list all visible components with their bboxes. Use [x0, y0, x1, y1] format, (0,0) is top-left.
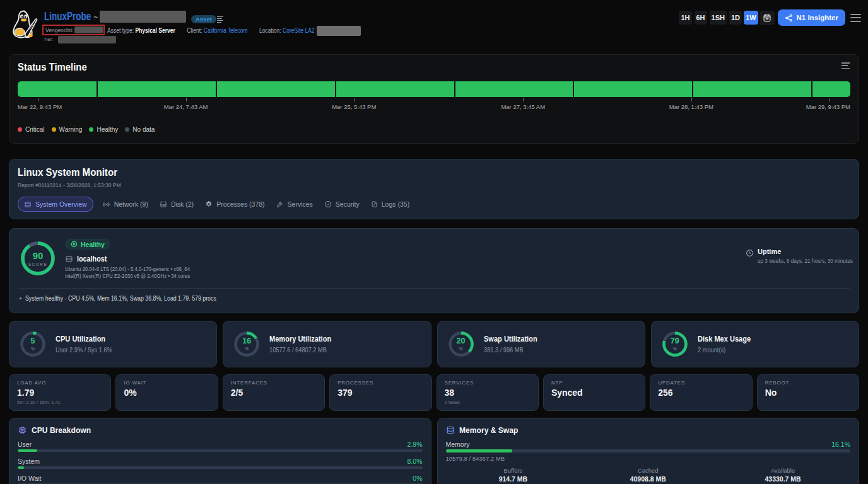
- swap-gauge-value: 20: [457, 337, 466, 345]
- brand-title: LinuxProbe: [44, 10, 91, 23]
- stat-value: No: [765, 388, 851, 398]
- user-bar: [18, 449, 423, 452]
- user-value: 2.9%: [408, 441, 423, 448]
- n1-insighter-label: N1 Insighter: [797, 14, 838, 21]
- shield-check-icon: [324, 200, 332, 208]
- timeline-menu-icon[interactable]: [842, 62, 850, 69]
- timeline-legend: Critical Warning Healthy No data: [18, 126, 850, 133]
- timeline-tick: [38, 98, 38, 101]
- tab-network[interactable]: Network (9): [102, 197, 148, 212]
- stat-sub: 2 failed: [445, 400, 531, 405]
- cached-col: Cached 40908.8 MB: [580, 467, 715, 483]
- tab-label: Services: [288, 200, 313, 208]
- bullet-dot: [20, 297, 21, 299]
- tab-label: Disk (2): [171, 200, 194, 208]
- stat-label: REBOOT: [765, 380, 851, 386]
- location-label: Location:: [259, 26, 281, 34]
- tab-label: System Overview: [35, 200, 87, 208]
- time-range-1h[interactable]: 1H: [679, 11, 691, 25]
- healthy-dot: [89, 127, 93, 132]
- time-range-15h[interactable]: 1SH: [710, 11, 727, 25]
- timeline-segment: [98, 81, 216, 97]
- memory-card-title: Memory Utilization: [269, 335, 331, 343]
- gear-icon: [205, 200, 213, 208]
- tab-disk[interactable]: Disk (2): [160, 197, 194, 212]
- services-card: SERVICES 38 2 failed: [437, 374, 539, 411]
- brand-dash: ~: [93, 13, 98, 22]
- timeline-label: Mar 25, 5:43 PM: [332, 103, 376, 110]
- client-label: Client:: [187, 26, 202, 34]
- timeline-segment: [217, 81, 335, 97]
- disk-gauge: 79%: [662, 331, 688, 357]
- status-timeline-panel: Status Timeline Mar 22, 9:43 PM Mar 24, …: [9, 54, 859, 144]
- timeline-label: Mar 22, 9:43 PM: [18, 103, 62, 110]
- timeline-segment: [574, 81, 692, 97]
- ntp-card: NTP Synced: [543, 374, 645, 411]
- stat-label: LOAD AVG: [17, 380, 103, 386]
- gauge-cards-row: 5% CPU Utilization User 2.9% / Sys 1.6% …: [9, 321, 859, 367]
- memory-utilization-card: 16% Memory Utilization 10577.6 / 64807.2…: [223, 321, 431, 367]
- cpu-line: Intel(R) Xeon(R) CPU E2-2030 v5 @ 2.40GH…: [65, 273, 190, 279]
- health-score-caption: SCORE: [28, 262, 48, 267]
- share-network-icon: [785, 14, 793, 22]
- tab-system-overview[interactable]: System Overview: [18, 197, 93, 212]
- calendar-icon: [763, 13, 771, 22]
- time-range-6h[interactable]: 6H: [695, 11, 707, 25]
- clock-icon: [746, 249, 754, 257]
- tab-security[interactable]: Security: [324, 197, 360, 212]
- status-badge: Healthy: [65, 239, 110, 250]
- user-label: User: [18, 441, 32, 448]
- menu-icon[interactable]: [850, 14, 861, 22]
- percent-sign: %: [31, 347, 35, 351]
- tab-services[interactable]: Services: [276, 197, 313, 212]
- timeline-label: Mar 29, 9:43 PM: [806, 103, 850, 110]
- stat-label: PROCESSES: [337, 380, 423, 386]
- timeline-segment: [693, 81, 811, 97]
- client-link[interactable]: California Telecom: [204, 26, 248, 34]
- system-value: 8.0%: [408, 458, 423, 465]
- tab-processes[interactable]: Processes (378): [205, 197, 264, 212]
- cpu-card-sub: User 2.9% / Sys 1.6%: [56, 346, 112, 354]
- system-label: System: [18, 458, 40, 465]
- system-bar: [18, 466, 423, 469]
- memory-bar: [446, 449, 851, 452]
- cached-label: Cached: [580, 467, 715, 474]
- swap-card-title: Swap Utilization: [484, 335, 537, 343]
- location-link[interactable]: CoreSite LA2: [283, 26, 315, 34]
- legend-healthy: Healthy: [89, 126, 118, 133]
- asset-type-value: Physical Server: [135, 26, 175, 34]
- stat-label: INTERFACES: [231, 380, 317, 386]
- tab-label: Processes (378): [216, 200, 264, 208]
- n1-insighter-button[interactable]: N1 Insighter: [778, 9, 845, 26]
- available-label: Available: [715, 467, 850, 474]
- swap-gauge: 20%: [449, 331, 474, 357]
- timeline-segment: [336, 81, 454, 97]
- document-icon: [371, 200, 378, 208]
- monitor-tabs: System Overview Network (9) Disk (2): [18, 197, 850, 212]
- legend-nodata: No data: [125, 126, 155, 133]
- cpu-breakdown-card: CPU Breakdown User 2.9% System 8.0% I/O …: [9, 418, 431, 484]
- health-summary: System healthy - CPU 4.5%, Mem 16.1%, Sw…: [20, 294, 264, 302]
- stat-value: 2/5: [231, 388, 317, 398]
- time-range-1w[interactable]: 1W: [744, 11, 758, 25]
- header-controls: 1H 6H 1SH 1D 1W N1 Insighter: [676, 9, 861, 26]
- uptime-value: up 3 weeks, 8 days, 21 hours, 30 minutes: [758, 257, 853, 264]
- stat-value: 38: [445, 388, 531, 398]
- legend-label: Warning: [59, 126, 83, 133]
- tab-label: Logs (35): [382, 200, 409, 208]
- stat-label: IO WAIT: [124, 380, 209, 386]
- uptime-title: Uptime: [758, 248, 868, 255]
- calendar-button[interactable]: [760, 11, 775, 25]
- tab-label: Security: [336, 200, 360, 208]
- time-range-1d[interactable]: 1D: [729, 11, 742, 25]
- buffers-label: Buffers: [446, 467, 581, 474]
- tab-logs[interactable]: Logs (35): [371, 197, 409, 212]
- memory-row-value: 16.1%: [831, 441, 850, 448]
- percent-sign: %: [459, 347, 463, 351]
- memory-icon: [446, 425, 455, 435]
- cpu-chip-icon: [18, 425, 27, 435]
- uptime-block: Uptime up 3 weeks, 8 days, 21 hours, 30 …: [746, 248, 868, 264]
- cpu-breakdown-title: CPU Breakdown: [32, 425, 91, 435]
- timeline-tick: [523, 98, 524, 101]
- available-col: Available 43330.7 MB: [715, 467, 850, 483]
